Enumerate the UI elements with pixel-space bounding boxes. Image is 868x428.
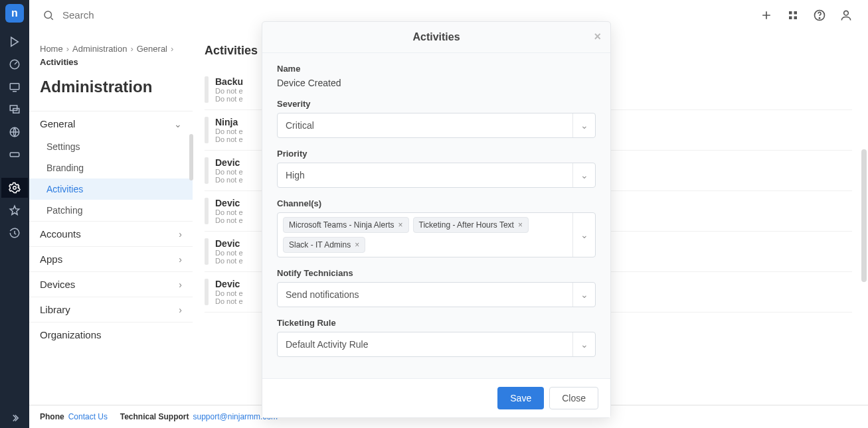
svg-rect-5 — [10, 153, 19, 157]
chevron-right-icon: › — [179, 254, 182, 265]
crumb-admin[interactable]: Administration — [72, 44, 127, 54]
nav-devices[interactable]: Devices › — [29, 271, 193, 297]
rail-expand-icon[interactable] — [1, 408, 28, 428]
nav-accounts-label: Accounts — [40, 228, 81, 240]
severity-bar-icon — [205, 238, 209, 265]
chip-remove-icon[interactable]: × — [518, 220, 523, 230]
svg-rect-8 — [789, 11, 792, 15]
chevron-down-icon: ⌄ — [572, 283, 595, 307]
rail-star-icon[interactable] — [1, 200, 28, 220]
sidebar: Home › Administration › General › Activi… — [29, 31, 193, 405]
nav-organizations[interactable]: Organizations — [29, 322, 193, 347]
nav-activities[interactable]: Activities — [29, 178, 193, 200]
nav-general[interactable]: General ⌄ — [29, 111, 193, 136]
rail-globe-icon[interactable] — [1, 122, 28, 142]
chevron-down-icon: ⌄ — [572, 332, 595, 356]
svg-rect-10 — [789, 16, 792, 19]
crumb-home[interactable]: Home — [40, 44, 63, 54]
nav-library-label: Library — [40, 304, 70, 315]
nav-organizations-label: Organizations — [40, 329, 102, 340]
nav-apps-label: Apps — [40, 253, 62, 265]
nav-branding[interactable]: Branding — [29, 157, 193, 178]
severity-bar-icon — [205, 279, 209, 305]
rail-ticket-icon[interactable] — [1, 145, 28, 165]
footer-contact-link[interactable]: Contact Us — [68, 412, 108, 421]
chip-remove-icon[interactable]: × — [355, 240, 359, 250]
crumb-general[interactable]: General — [137, 44, 167, 54]
close-button[interactable]: Close — [549, 387, 598, 409]
ticketing-label: Ticketing Rule — [277, 318, 596, 328]
ticketing-select[interactable]: Default Activity Rule ⌄ — [277, 332, 596, 357]
name-label: Name — [277, 64, 596, 74]
channels-select[interactable]: Microsoft Teams - Ninja Alerts × Ticketi… — [277, 212, 596, 257]
rail-dashboard-icon[interactable] — [1, 54, 28, 74]
nav-library[interactable]: Library › — [29, 297, 193, 322]
chevron-down-icon: ⌄ — [572, 113, 595, 137]
chip-remove-icon[interactable]: × — [398, 220, 403, 230]
close-icon[interactable]: × — [594, 30, 601, 44]
modal-header: Activities × — [262, 22, 610, 53]
ticketing-value: Default Activity Rule — [278, 334, 572, 355]
rail-monitor-icon[interactable] — [1, 100, 28, 119]
rail-settings-icon[interactable] — [1, 178, 28, 198]
help-icon[interactable] — [811, 7, 828, 24]
nav-settings[interactable]: Settings — [29, 136, 193, 157]
severity-label: Severity — [277, 99, 596, 109]
severity-bar-icon — [205, 76, 209, 103]
priority-value: High — [278, 165, 572, 186]
severity-value: Critical — [278, 115, 572, 136]
add-icon[interactable] — [758, 7, 775, 24]
nav-general-label: General — [40, 118, 75, 129]
rail-getting-started-icon[interactable] — [1, 32, 28, 52]
severity-bar-icon — [205, 157, 209, 184]
notify-select[interactable]: Send notifications ⌄ — [277, 282, 596, 307]
name-value: Device Created — [277, 78, 596, 88]
channel-chip: Slack - IT Admins × — [283, 237, 365, 253]
chip-label: Ticketing - After Hours Text — [419, 220, 514, 230]
rail-devices-icon[interactable] — [1, 77, 28, 97]
apps-grid-icon[interactable] — [784, 7, 802, 24]
chip-label: Microsoft Teams - Ninja Alerts — [289, 220, 394, 230]
severity-bar-icon — [205, 117, 209, 143]
svg-point-6 — [13, 186, 17, 190]
nav-patching[interactable]: Patching — [29, 200, 193, 221]
chevron-down-icon: ⌄ — [572, 163, 595, 187]
save-button[interactable]: Save — [497, 387, 544, 409]
svg-rect-9 — [794, 11, 798, 15]
rail-history-icon[interactable] — [1, 223, 28, 243]
chevron-down-icon: ⌄ — [572, 213, 595, 257]
svg-rect-1 — [10, 84, 19, 90]
nav-apps[interactable]: Apps › — [29, 246, 193, 271]
channel-chip: Ticketing - After Hours Text × — [413, 217, 529, 233]
search-icon — [43, 9, 54, 21]
notify-value: Send notifications — [278, 284, 572, 305]
svg-point-13 — [819, 17, 820, 18]
severity-select[interactable]: Critical ⌄ — [277, 113, 596, 138]
severity-bar-icon — [205, 198, 209, 224]
page-scrollbar[interactable] — [861, 149, 867, 282]
channel-chip: Microsoft Teams - Ninja Alerts × — [283, 217, 409, 233]
crumb-activities: Activities — [40, 57, 78, 67]
nav-accounts[interactable]: Accounts › — [29, 221, 193, 246]
chevron-right-icon: › — [179, 305, 182, 315]
svg-rect-11 — [794, 16, 798, 19]
chevron-right-icon: › — [179, 279, 182, 290]
notify-label: Notify Technicians — [277, 268, 596, 278]
priority-select[interactable]: High ⌄ — [277, 163, 596, 188]
search-input[interactable] — [62, 9, 189, 21]
channels-label: Channel(s) — [277, 198, 596, 208]
breadcrumb: Home › Administration › General › Activi… — [29, 44, 193, 67]
svg-point-7 — [44, 11, 52, 19]
footer-phone-label: Phone — [40, 412, 64, 421]
left-rail: n — [0, 0, 29, 428]
modal-footer: Save Close — [262, 378, 610, 417]
activities-modal: Activities × Name Device Created Severit… — [262, 21, 611, 418]
chevron-right-icon: › — [179, 229, 182, 240]
footer-support-label: Technical Support — [120, 412, 189, 421]
page-title: Administration — [29, 78, 193, 96]
logo[interactable]: n — [5, 4, 24, 23]
user-icon[interactable] — [837, 7, 855, 24]
svg-point-14 — [844, 11, 849, 15]
priority-label: Priority — [277, 149, 596, 159]
chip-label: Slack - IT Admins — [289, 240, 351, 250]
